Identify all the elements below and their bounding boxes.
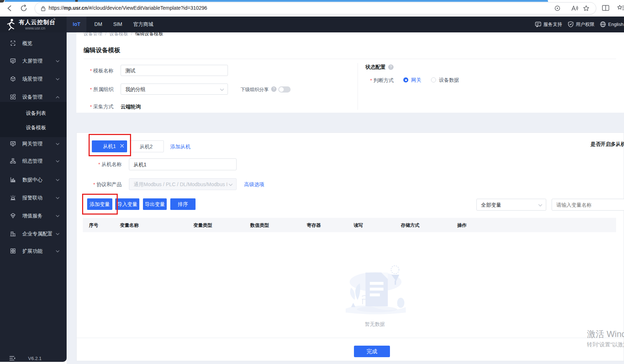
share-sub-org-toggle[interactable] [278,86,291,93]
nav-user-permissions[interactable]: 用户权限 [568,16,594,32]
sidebar-item-gateway-management[interactable]: 网关管理 [0,140,67,148]
nav-service-support[interactable]: 服务支持 [535,16,562,32]
sidebar-item-data-center[interactable]: 数据中心 [0,176,67,184]
sidebar: 概览 大屏管理 场景管理 [0,32,67,362]
import-variable-button[interactable]: 导入变量 [115,198,139,210]
close-icon[interactable] [120,144,124,148]
radio-gateway[interactable] [403,77,408,82]
sidebar-item-label: 大屏管理 [22,58,42,64]
add-variable-button[interactable]: 添加变量 [87,198,112,210]
nav-tab-sim[interactable]: SIM [109,16,127,32]
vas-shield-icon [10,213,16,219]
sidebar-item-enterprise-config[interactable]: 企业专属配置 [0,230,67,238]
chevron-down-icon [56,179,59,181]
sidebar-item-scada-management[interactable]: 组态管理 [0,157,67,165]
favorites-bar-icon[interactable] [617,5,624,11]
tab-slave2-label: 从机2 [140,144,153,149]
slave-name-input[interactable]: 从机1 [129,158,237,170]
globe-icon [600,21,606,27]
radio-device-data[interactable] [431,77,436,82]
refresh-icon[interactable] [20,4,28,12]
window-corner [0,0,4,3]
chevron-down-icon [56,215,59,217]
sidebar-item-alarm-linkage[interactable]: 报警联动 [0,194,67,202]
footer-divider [77,338,624,338]
chevron-down-icon [220,89,224,91]
nav-tab-mall[interactable]: 官方商城 [130,16,156,32]
sidebar-item-label: 增值服务 [22,213,42,219]
alarm-icon [10,195,16,201]
radio-device-data-label[interactable]: 设备数据 [439,77,459,84]
overview-icon [10,40,16,46]
tab-slave1[interactable]: 从机1 [92,140,127,152]
template-name-label: *模板名称 [74,68,113,74]
advanced-options-link[interactable]: 高级选项 [244,181,264,188]
variable-search-input[interactable] [552,199,624,211]
sidebar-submenu-band [0,102,67,137]
sidebar-item-device-list[interactable]: 设备列表 [0,109,67,117]
sidebar-item-device-management[interactable]: 设备管理 [0,93,67,101]
sidebar-subitem-label: 设备列表 [26,110,46,117]
column-header-actions: 操作 [457,222,467,229]
column-header-value-type: 数值类型 [250,222,269,229]
nav-user-permissions-label: 用户权限 [576,21,594,28]
variable-filter-select[interactable]: 全部变量 [476,199,546,211]
enterprise-icon [10,231,16,237]
back-icon[interactable] [6,4,14,12]
split-screen-icon[interactable] [602,5,609,11]
organization-select[interactable]: 我的分组 [121,84,228,95]
column-header-readwrite: 读写 [354,222,363,229]
sidebar-item-device-template[interactable]: 设备模板 [0,124,67,132]
column-header-register: 寄存器 [307,222,321,229]
url-text[interactable]: https://mp.usr.cn/#/cloud/device/ViewEdi… [49,5,207,11]
scada-icon [10,158,16,164]
sidebar-item-screen-management[interactable]: 大屏管理 [0,57,67,65]
sidebar-item-label: 扩展功能 [22,248,42,255]
chevron-down-icon [229,184,233,186]
lock-icon[interactable] [41,6,46,11]
address-bar[interactable]: https://mp.usr.cn/#/cloud/device/ViewEdi… [35,2,596,14]
read-aloud-icon[interactable] [571,5,578,12]
template-name-input[interactable]: 测试 [121,65,228,76]
chat-icon [535,22,541,27]
export-variable-button[interactable]: 导出变量 [143,198,167,210]
protocol-value: 通用Modbus / PLC / DL/Modbus/Modbus R1 [134,179,227,190]
sidebar-item-value-added-services[interactable]: 增值服务 [0,212,67,220]
help-icon[interactable]: ? [271,86,277,92]
chevron-up-icon [56,96,59,98]
browser-tab-accent [5,0,548,2]
radio-gateway-label[interactable]: 网关 [411,77,421,84]
favorite-star-icon[interactable] [583,5,589,12]
status-config-help-icon[interactable]: ? [388,64,394,70]
add-slave-link[interactable]: 添加从机 [170,144,190,150]
empty-state-text: 暂无数据 [357,321,393,328]
chevron-down-icon [56,233,59,235]
nav-language-switch[interactable]: English [600,16,624,32]
sidebar-item-overview[interactable]: 概览 [0,40,67,48]
usr-logo-icon [5,18,17,31]
nav-language-label: English [608,22,624,27]
sidebar-item-label: 网关管理 [22,141,42,147]
nav-tab-iot[interactable]: IoT [67,16,86,32]
sidebar-item-label: 场景管理 [22,76,42,82]
logo-title[interactable]: 有人云控制台 [19,19,55,26]
column-header-var-type: 变量类型 [193,222,212,229]
site-permissions-icon[interactable] [554,5,561,12]
chevron-down-icon [56,78,59,80]
version-label: V6.2.1 [28,356,42,361]
page-title: 编辑设备模板 [84,46,120,54]
sort-button[interactable]: 排序 [170,198,196,210]
nav-tab-dm[interactable]: DM [89,16,107,32]
organization-value: 我的分组 [125,86,145,92]
column-header-storage: 存储方式 [401,222,419,229]
chevron-down-icon [538,204,542,207]
chevron-down-icon [56,143,59,145]
status-config-title: 状态配置 [365,64,386,71]
empty-state-illustration [344,265,407,317]
screen-icon [10,58,16,64]
done-button[interactable]: 完成 [354,346,390,357]
sidebar-item-extended-functions[interactable]: 扩展功能 [0,247,67,255]
sidebar-item-scene-management[interactable]: 场景管理 [0,75,67,83]
tab-slave2[interactable]: 从机2 [129,140,164,152]
collapse-sidebar-icon[interactable] [9,355,15,361]
